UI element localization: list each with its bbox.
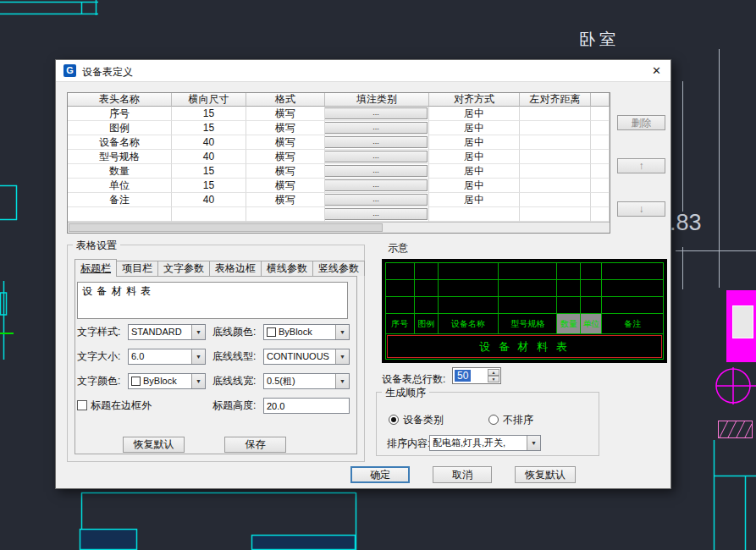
column-header[interactable]: 表头名称 — [68, 93, 172, 107]
cancel-button[interactable]: 取消 — [433, 466, 492, 483]
ellipsis-button[interactable]: ... — [325, 136, 428, 148]
table-row[interactable]: 备注40横写备注...居中 — [68, 193, 610, 207]
preview-column-label: 型号规格 — [499, 314, 557, 333]
title-height-label: 标题高度: — [212, 398, 256, 414]
chevron-down-icon[interactable] — [335, 325, 349, 339]
radio-no-sort[interactable] — [488, 415, 499, 425]
move-up-button[interactable]: ↑ — [617, 158, 665, 173]
delete-button[interactable]: 删除 — [617, 115, 665, 130]
line-width-select[interactable]: 0.5(粗) — [263, 373, 350, 389]
title-outside-label: 标题在边框外 — [91, 398, 152, 414]
text-color-label: 文字颜色: — [77, 373, 120, 389]
columns-table-header: 表头名称横向尺寸格式填注类别对齐方式左对齐距离 — [68, 93, 610, 107]
tab-table-border[interactable]: 表格边框 — [209, 261, 262, 276]
dialog-titlebar[interactable]: G 设备表定义 ✕ — [56, 60, 670, 82]
line-type-select[interactable]: CONTINUOUS — [263, 349, 350, 365]
tab-vline-params[interactable]: 竖线参数 — [312, 261, 365, 276]
close-icon[interactable]: ✕ — [652, 64, 661, 77]
chevron-down-icon[interactable] — [191, 349, 205, 364]
column-header[interactable]: 填注类别 — [325, 93, 429, 107]
table-preview: 序号图例设备名称型号规格数量单位备注 设 备 材 料 表 — [382, 259, 667, 363]
tab-hline-params[interactable]: 横线参数 — [261, 261, 313, 276]
restore-defaults-button[interactable]: 恢复默认 — [515, 466, 576, 483]
title-bar-tab-panel: 设 备 材 料 表 文字样式: STANDARD 底线颜色: ByBlock 文… — [74, 276, 357, 454]
total-rows-value: 50 — [455, 370, 471, 382]
chevron-down-icon[interactable] — [191, 374, 205, 388]
ellipsis-button[interactable]: ... — [325, 151, 428, 162]
table-row[interactable]: 图例15横写图例...居中 — [68, 121, 610, 135]
app-logo-icon: G — [63, 64, 76, 77]
line-color-select[interactable]: ByBlock — [263, 324, 350, 340]
equipment-table-dialog: G 设备表定义 ✕ 表头名称横向尺寸格式填注类别对齐方式左对齐距离 序号15横写… — [55, 59, 671, 489]
text-color-select[interactable]: ByBlock — [128, 373, 206, 389]
line-type-label: 底线线型: — [212, 349, 256, 365]
radio-by-category[interactable] — [389, 415, 399, 425]
table-row[interactable]: 数量15横写数量...居中 — [68, 164, 610, 179]
line-color-label: 底线颜色: — [212, 324, 256, 340]
dialog-title: 设备表定义 — [82, 65, 133, 80]
chevron-down-icon[interactable] — [191, 325, 205, 339]
preview-table-title: 设 备 材 料 表 — [387, 335, 662, 358]
preview-table: 序号图例设备名称型号规格数量单位备注 设 备 材 料 表 — [385, 262, 664, 360]
table-row[interactable]: ... — [68, 207, 610, 222]
settings-tabs: 标题栏项目栏文字参数表格边框横线参数竖线参数 — [74, 258, 364, 276]
ellipsis-button[interactable]: ... — [325, 208, 428, 220]
chevron-down-icon[interactable] — [335, 349, 349, 364]
preview-column-label: 单位 — [581, 314, 602, 333]
table-hscrollbar[interactable] — [68, 222, 610, 233]
tab-text-params[interactable]: 文字参数 — [157, 261, 210, 276]
preview-column-label: 数量 — [557, 314, 581, 333]
column-header[interactable]: 对齐方式 — [429, 93, 520, 107]
preview-column-label: 序号 — [386, 314, 415, 333]
column-header[interactable]: 左对齐距离 — [520, 93, 591, 107]
text-size-label: 文字大小: — [77, 349, 120, 365]
radio-by-category-label: 设备类别 — [403, 413, 444, 427]
dimension-label: .83 — [670, 210, 702, 236]
ellipsis-button[interactable]: ... — [325, 107, 428, 119]
table-title-input[interactable]: 设 备 材 料 表 — [77, 282, 348, 319]
table-row[interactable]: 设备名称40横写技术参数...居中 — [68, 135, 610, 150]
preview-group-label: 示意 — [388, 241, 408, 256]
column-header[interactable]: 横向尺寸 — [172, 93, 246, 107]
radio-no-sort-label: 不排序 — [503, 413, 533, 427]
text-style-select[interactable]: STANDARD — [128, 324, 206, 340]
table-row[interactable]: 单位15横写单位...居中 — [68, 179, 610, 193]
restore-default-button[interactable]: 恢复默认 — [123, 437, 185, 453]
ok-button[interactable]: 确定 — [350, 466, 410, 483]
preview-column-label: 设备名称 — [439, 314, 499, 333]
spinner-down-icon[interactable] — [488, 376, 499, 382]
title-outside-checkbox[interactable] — [77, 400, 87, 410]
ellipsis-button[interactable]: ... — [325, 194, 428, 206]
table-row[interactable]: 型号规格40横写技术参数...居中 — [68, 150, 610, 164]
table-settings-group: 表格设置 标题栏项目栏文字参数表格边框横线参数竖线参数 设 备 材 料 表 文字… — [67, 245, 365, 462]
column-header[interactable]: 格式 — [246, 93, 325, 107]
text-size-select[interactable]: 6.0 — [128, 349, 206, 365]
line-width-label: 底线线宽: — [212, 373, 256, 389]
sort-content-select[interactable]: 配电箱,灯具,开关, — [429, 435, 541, 451]
ellipsis-button[interactable]: ... — [325, 179, 428, 191]
cad-canvas: 卧室 .83 G 设备表定义 ✕ 表头名称横向尺寸格式填注类别对齐方式左对齐距离… — [0, 0, 756, 550]
preview-column-label: 图例 — [415, 314, 439, 333]
color-swatch-icon — [267, 327, 276, 337]
columns-table-body: 序号15横写序号...居中图例15横写图例...居中设备名称40横写技术参数..… — [68, 107, 610, 222]
move-down-button[interactable]: ↓ — [617, 201, 665, 217]
hscrollbar-thumb[interactable] — [69, 223, 383, 232]
table-row[interactable]: 序号15横写序号...居中 — [68, 107, 610, 121]
total-rows-input[interactable]: 50 — [452, 367, 501, 384]
tab-title-bar[interactable]: 标题栏 — [74, 259, 117, 277]
generation-order-label: 生成顺序 — [382, 386, 429, 400]
text-style-label: 文字样式: — [77, 324, 120, 340]
save-button[interactable]: 保存 — [224, 437, 286, 453]
color-swatch-icon — [131, 377, 141, 386]
ellipsis-button[interactable]: ... — [325, 165, 428, 177]
sort-content-label: 排序内容: — [387, 437, 430, 451]
tab-item-bar[interactable]: 项目栏 — [116, 261, 158, 276]
table-settings-label: 表格设置 — [73, 239, 120, 253]
ellipsis-button[interactable]: ... — [325, 122, 428, 134]
chevron-down-icon[interactable] — [335, 374, 349, 388]
title-height-input[interactable] — [263, 398, 350, 414]
spinner-up-icon[interactable] — [488, 369, 499, 376]
room-label: 卧室 — [579, 29, 620, 51]
chevron-down-icon[interactable] — [527, 436, 540, 450]
column-header-blank[interactable] — [591, 93, 610, 107]
